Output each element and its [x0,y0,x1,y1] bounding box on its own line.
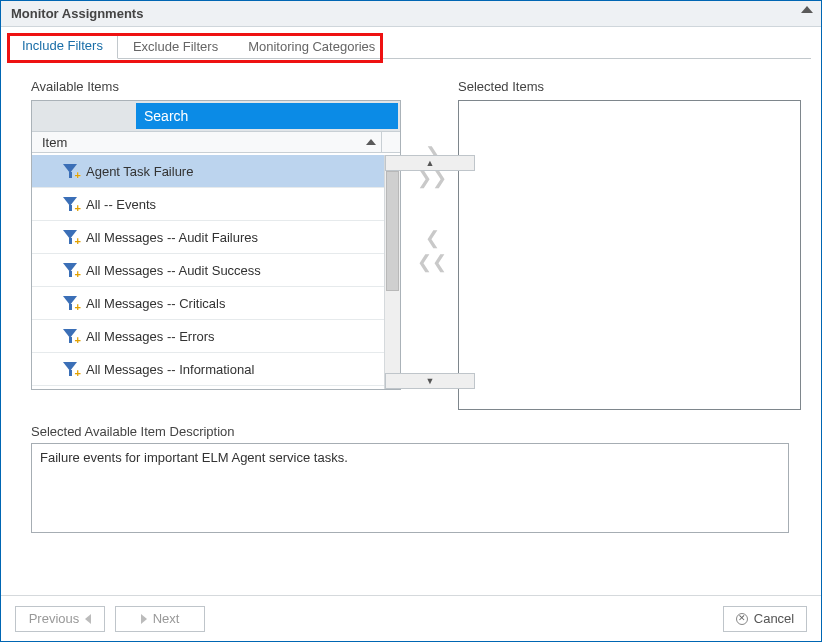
tab-monitoring-categories[interactable]: Monitoring Categories [233,34,390,59]
list-item-label: All -- Events [86,197,156,212]
cancel-label: Cancel [754,611,794,626]
column-divider [381,132,382,152]
filter-icon: + [62,261,78,279]
tab-include-filters[interactable]: Include Filters [7,33,118,59]
available-items-label: Available Items [31,79,406,94]
list-item-label: All Messages -- Audit Failures [86,230,258,245]
previous-label: Previous [29,611,80,626]
search-leading-blank [34,103,136,129]
previous-button[interactable]: Previous [15,606,105,632]
remove-button[interactable]: ❮ [425,229,440,247]
filter-icon: + [62,162,78,180]
chevron-right-icon [141,614,147,624]
list-item-label: All Messages -- Informational [86,362,254,377]
selected-column: Selected Items [458,79,801,410]
add-all-button[interactable]: ❯❯ [417,169,447,187]
dialog-title: Monitor Assignments [11,6,143,21]
list-item[interactable]: + Agent Task Failure [32,155,384,188]
cancel-button[interactable]: ✕ Cancel [723,606,807,632]
available-column: Available Items Item + [31,79,406,390]
search-input[interactable] [136,103,398,129]
available-items-box: Item + Agent Task Failure + Al [31,100,401,390]
close-icon: ✕ [736,613,748,625]
column-header-row[interactable]: Item [32,131,400,153]
tab-bar: Include Filters Exclude Filters Monitori… [1,33,821,59]
filter-icon: + [62,195,78,213]
list-item[interactable]: + All Messages -- Audit Failures [32,221,384,254]
sort-asc-icon [366,139,376,145]
scroll-thumb[interactable] [386,171,399,291]
scrollbar[interactable]: ▲ ▼ [384,155,400,389]
remove-all-button[interactable]: ❮❮ [417,253,447,271]
scroll-up-icon[interactable]: ▲ [385,155,475,171]
tab-underline [11,58,811,59]
filter-icon: + [62,294,78,312]
dialog-titlebar: Monitor Assignments [1,1,821,27]
tab-exclude-filters[interactable]: Exclude Filters [118,34,233,59]
mover-column: ❯ ❯❯ ❮ ❮❮ [416,79,448,271]
list-item[interactable]: + All Messages -- Informational [32,353,384,386]
list-item[interactable]: + All Messages -- Errors [32,320,384,353]
description-text: Failure events for important ELM Agent s… [40,450,348,465]
list-item[interactable]: + All -- Events [32,188,384,221]
available-items-list: + Agent Task Failure + All -- Events + A… [32,155,384,389]
collapse-icon[interactable] [801,6,813,13]
scroll-down-icon[interactable]: ▼ [385,373,475,389]
column-header-item: Item [42,135,67,150]
list-item-label: All Messages -- Criticals [86,296,225,311]
selected-items-box[interactable] [458,100,801,410]
list-item-label: Agent Task Failure [86,164,193,179]
next-label: Next [153,611,180,626]
filter-icon: + [62,327,78,345]
selected-items-label: Selected Items [458,79,801,94]
list-item[interactable]: + All Messages -- Criticals [32,287,384,320]
list-item-label: All Messages -- Audit Success [86,263,261,278]
description-label: Selected Available Item Description [31,424,801,439]
filter-icon: + [62,228,78,246]
next-button[interactable]: Next [115,606,205,632]
list-item[interactable]: + All Messages -- Audit Success [32,254,384,287]
dialog-body: Available Items Item + [1,67,821,595]
list-item-label: All Messages -- Errors [86,329,215,344]
description-box: Failure events for important ELM Agent s… [31,443,789,533]
dialog-window: Monitor Assignments Include Filters Excl… [0,0,822,642]
chevron-left-icon [85,614,91,624]
filter-icon: + [62,360,78,378]
dialog-footer: Previous Next ✕ Cancel [1,595,821,641]
search-row [32,101,400,131]
